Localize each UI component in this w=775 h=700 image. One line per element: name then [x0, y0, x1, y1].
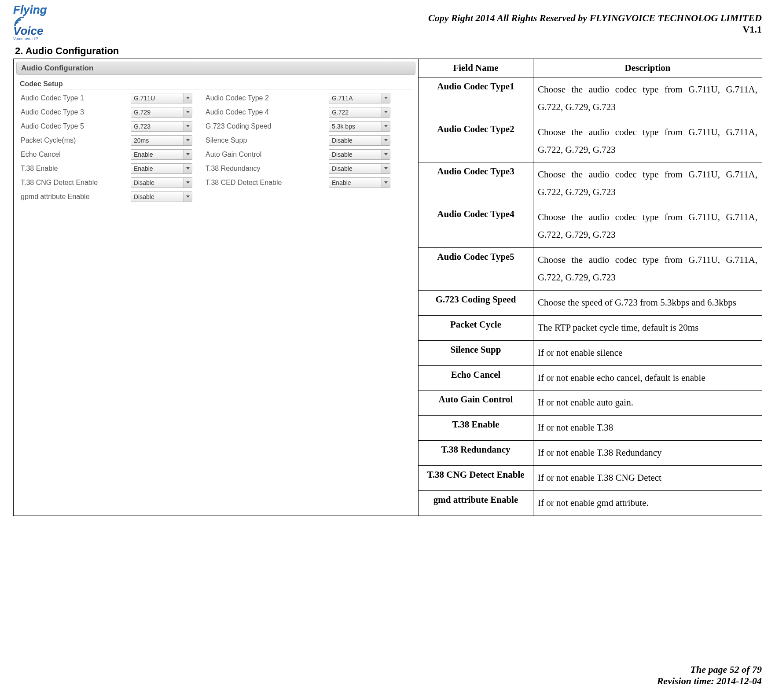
table-row: Packet CycleThe RTP packet cycle time, d… [419, 315, 762, 340]
table-row: Audio Codec Type4Choose the audio codec … [419, 205, 762, 248]
description-cell: Choose the speed of G.723 from 5.3kbps a… [533, 290, 762, 315]
table-row: T.38 EnableIf or not enable T.38 [419, 416, 762, 441]
table-row: T.38 RedundancyIf or not enable T.38 Red… [419, 441, 762, 466]
chevron-down-icon [382, 136, 390, 145]
field-description-table: Field Name Description Audio Codec Type1… [419, 59, 762, 516]
select-value: G.711U [134, 95, 155, 102]
col-description: Description [533, 59, 762, 77]
description-cell: If or not enable T.38 Redundancy [533, 441, 762, 466]
field-name-cell: gmd attribute Enable [419, 490, 533, 515]
form-select[interactable]: Enable [131, 163, 192, 174]
description-cell: Choose the audio codec type from G.711U,… [533, 205, 762, 248]
select-value: 5.3k bps [332, 123, 355, 130]
table-row: Auto Gain ControlIf or not enable auto g… [419, 391, 762, 416]
chevron-down-icon [184, 178, 192, 188]
group-title: Codec Setup [19, 80, 413, 89]
chevron-down-icon [184, 107, 192, 117]
description-cell: The RTP packet cycle time, default is 20… [533, 315, 762, 340]
form-select[interactable]: G.711U [131, 93, 192, 103]
chevron-down-icon [382, 107, 390, 117]
field-name-cell: T.38 CNG Detect Enable [419, 466, 533, 491]
form-select[interactable]: 5.3k bps [329, 121, 390, 132]
select-value: G.723 [134, 123, 151, 130]
select-value: Enable [134, 165, 153, 172]
page-footer: The page 52 of 79 Revision time: 2014-12… [657, 664, 762, 687]
select-value: Disable [332, 165, 353, 172]
chevron-down-icon [184, 93, 192, 103]
field-name-cell: Echo Cancel [419, 365, 533, 391]
table-row: gmd attribute EnableIf or not enable gmd… [419, 490, 762, 515]
select-value: G.722 [332, 109, 349, 116]
form-label: T.38 Redundancy [206, 165, 316, 173]
form-label: T.38 CED Detect Enable [206, 179, 316, 187]
select-value: Disable [134, 193, 154, 200]
chevron-down-icon [382, 122, 390, 131]
field-name-cell: Audio Codec Type3 [419, 162, 533, 205]
logo-bottom: Voice [13, 26, 62, 37]
description-cell: If or not enable echo cancel, default is… [533, 365, 762, 391]
form-select[interactable]: Disable [329, 135, 390, 146]
form-label: Audio Codec Type 3 [21, 108, 118, 116]
form-select[interactable]: G.722 [329, 107, 390, 118]
description-cell: Choose the audio codec type from G.711U,… [533, 77, 762, 120]
form-label: Auto Gain Control [206, 151, 316, 158]
form-label: Packet Cycle(ms) [21, 136, 118, 144]
form-label: Echo Cancel [21, 151, 118, 158]
version-text: V1.1 [428, 24, 762, 35]
description-cell: Choose the audio codec type from G.711U,… [533, 248, 762, 291]
field-name-cell: Audio Codec Type1 [419, 77, 533, 120]
field-name-cell: Audio Codec Type4 [419, 205, 533, 248]
description-cell: Choose the audio codec type from G.711U,… [533, 120, 762, 162]
form-select[interactable]: Disable [329, 149, 390, 160]
chevron-down-icon [184, 192, 192, 202]
select-value: 20ms [134, 137, 149, 144]
field-name-cell: T.38 Redundancy [419, 441, 533, 466]
form-label: Audio Codec Type 4 [206, 108, 316, 116]
description-cell: Choose the audio codec type from G.711U,… [533, 162, 762, 205]
copyright-text: Copy Right 2014 All Rights Reserved by F… [428, 12, 762, 24]
chevron-down-icon [184, 164, 192, 173]
table-row: Audio Codec Type1Choose the audio codec … [419, 77, 762, 120]
form-select[interactable]: 20ms [131, 135, 192, 146]
form-label: Silence Supp [206, 136, 316, 144]
description-cell: If or not enable T.38 [533, 416, 762, 441]
revision-time: Revision time: 2014-12-04 [657, 675, 762, 687]
select-value: G.729 [134, 109, 151, 116]
form-select[interactable]: Disable [131, 192, 192, 202]
field-name-cell: Audio Codec Type2 [419, 120, 533, 162]
field-name-cell: Audio Codec Type5 [419, 248, 533, 291]
table-row: Audio Codec Type3Choose the audio codec … [419, 162, 762, 205]
chevron-down-icon [382, 93, 390, 103]
form-label: G.723 Coding Speed [206, 122, 316, 130]
select-value: Enable [332, 179, 351, 186]
col-field-name: Field Name [419, 59, 533, 77]
form-label: Audio Codec Type 5 [21, 122, 118, 130]
audio-config-screenshot: Audio Configuration Codec Setup Audio Co… [14, 59, 418, 206]
form-label: Audio Codec Type 1 [21, 94, 118, 102]
form-select[interactable]: Enable [131, 149, 192, 160]
form-label: Audio Codec Type 2 [206, 94, 316, 102]
form-label: T.38 Enable [21, 165, 118, 173]
select-value: Disable [332, 151, 353, 158]
select-value: G.711A [332, 95, 353, 102]
form-select[interactable]: Enable [329, 177, 390, 188]
table-row: T.38 CNG Detect EnableIf or not enable T… [419, 466, 762, 491]
description-cell: If or not enable gmd attribute. [533, 490, 762, 515]
chevron-down-icon [184, 122, 192, 131]
select-value: Disable [332, 137, 353, 144]
form-select[interactable]: G.723 [131, 121, 192, 132]
field-name-cell: T.38 Enable [419, 416, 533, 441]
chevron-down-icon [382, 178, 390, 188]
field-name-cell: G.723 Coding Speed [419, 290, 533, 315]
form-select[interactable]: G.711A [329, 93, 390, 103]
form-label: gpmd attribute Enable [21, 193, 118, 201]
form-select[interactable]: G.729 [131, 107, 192, 118]
panel-title: Audio Configuration [16, 62, 415, 75]
table-row: Silence SuppIf or not enable silence [419, 340, 762, 365]
form-select[interactable]: Disable [131, 177, 192, 188]
select-value: Enable [134, 151, 153, 158]
chevron-down-icon [382, 150, 390, 159]
logo: Flying Voice Voice over IP [13, 4, 62, 41]
select-value: Disable [134, 179, 154, 186]
form-select[interactable]: Disable [329, 163, 390, 174]
